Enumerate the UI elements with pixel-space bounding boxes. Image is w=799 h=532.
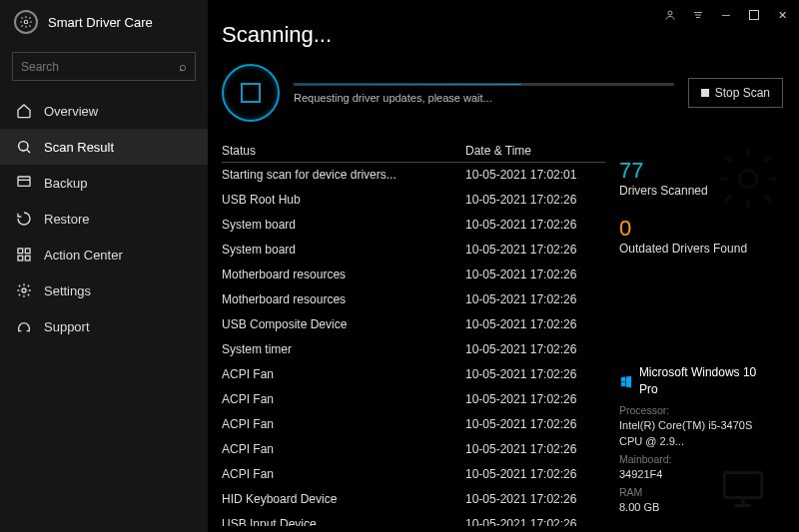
app-logo-icon <box>14 10 38 34</box>
titlebar: Smart Driver Care <box>0 0 208 44</box>
svg-point-10 <box>739 170 757 188</box>
row-status: Starting scan for device drivers... <box>222 168 465 182</box>
row-datetime: 10-05-2021 17:02:26 <box>465 243 605 257</box>
table-row: System board10-05-2021 17:02:26 <box>222 213 605 238</box>
sidebar-item-support[interactable]: Support <box>0 308 208 344</box>
search-input[interactable] <box>21 60 179 74</box>
stop-icon <box>701 89 709 97</box>
scan-spinner-icon <box>222 64 280 122</box>
svg-point-7 <box>22 288 26 292</box>
home-icon <box>16 103 32 119</box>
search-icon <box>16 139 32 155</box>
scan-status-text: Requesting driver updates, please wait..… <box>294 92 674 104</box>
sidebar-item-scan-result[interactable]: Scan Result <box>0 129 208 165</box>
col-datetime-header: Date & Time <box>465 144 605 158</box>
row-datetime: 10-05-2021 17:02:26 <box>465 467 605 481</box>
scan-results-table: Status Date & Time Starting scan for dev… <box>208 140 605 526</box>
svg-rect-4 <box>25 249 30 254</box>
backup-icon <box>16 175 32 191</box>
sidebar-item-settings[interactable]: Settings <box>0 272 208 308</box>
table-row: Starting scan for device drivers...10-05… <box>222 163 605 188</box>
system-info: Microsoft Windows 10 Pro Processor: Inte… <box>619 364 777 518</box>
row-status: HID Keyboard Device <box>222 492 465 506</box>
row-datetime: 10-05-2021 17:02:26 <box>465 417 605 431</box>
table-row: ACPI Fan10-05-2021 17:02:26 <box>222 387 605 412</box>
table-row: ACPI Fan10-05-2021 17:02:26 <box>222 362 605 387</box>
row-datetime: 10-05-2021 17:02:26 <box>465 267 605 281</box>
row-status: ACPI Fan <box>222 417 465 431</box>
row-datetime: 10-05-2021 17:02:26 <box>465 367 605 381</box>
svg-point-1 <box>19 142 28 151</box>
nav: OverviewScan ResultBackupRestoreAction C… <box>0 87 208 344</box>
maximize-button[interactable] <box>741 4 767 26</box>
row-status: System timer <box>222 342 465 356</box>
window-controls: ─ ✕ <box>657 4 795 26</box>
outdated-count: 0 <box>619 216 777 242</box>
os-name: Microsoft Windows 10 Pro <box>639 364 777 399</box>
svg-rect-11 <box>724 472 762 497</box>
minimize-button[interactable]: ─ <box>713 4 739 26</box>
row-datetime: 10-05-2021 17:02:26 <box>465 292 605 306</box>
row-status: USB Input Device <box>222 517 465 526</box>
user-icon[interactable] <box>657 4 683 26</box>
progress-bar <box>294 83 674 86</box>
sidebar-item-action-center[interactable]: Action Center <box>0 237 208 272</box>
svg-rect-2 <box>18 177 30 186</box>
stop-scan-button[interactable]: Stop Scan <box>688 78 783 108</box>
svg-point-8 <box>668 11 672 15</box>
sidebar-item-label: Scan Result <box>44 140 114 155</box>
svg-rect-6 <box>25 256 30 261</box>
close-button[interactable]: ✕ <box>769 4 795 26</box>
table-row: USB Composite Device10-05-2021 17:02:26 <box>222 312 605 337</box>
row-datetime: 10-05-2021 17:02:26 <box>465 442 605 456</box>
table-row: System board10-05-2021 17:02:26 <box>222 238 605 263</box>
row-datetime: 10-05-2021 17:02:26 <box>465 218 605 232</box>
table-row: ACPI Fan10-05-2021 17:02:26 <box>222 412 605 437</box>
gear-icon <box>16 282 32 298</box>
row-status: USB Root Hub <box>222 193 465 207</box>
row-status: ACPI Fan <box>222 442 465 456</box>
row-status: System board <box>222 218 465 232</box>
sidebar-item-label: Action Center <box>44 248 123 263</box>
row-datetime: 10-05-2021 17:02:26 <box>465 517 605 526</box>
row-datetime: 10-05-2021 17:02:26 <box>465 342 605 356</box>
menu-icon[interactable] <box>685 4 711 26</box>
row-status: Motherboard resources <box>222 292 465 306</box>
stats-panel: 77 Drivers Scanned 0 Outdated Drivers Fo… <box>605 140 789 526</box>
col-status-header: Status <box>222 144 465 158</box>
app-title: Smart Driver Care <box>48 15 153 30</box>
table-row: ACPI Fan10-05-2021 17:02:26 <box>222 437 605 462</box>
search-icon: ⌕ <box>179 59 187 74</box>
grid-icon <box>16 247 32 263</box>
sidebar-item-backup[interactable]: Backup <box>0 165 208 201</box>
sidebar-item-restore[interactable]: Restore <box>0 201 208 237</box>
cpu-value: Intel(R) Core(TM) i5-3470S CPU @ 2.9... <box>619 418 777 450</box>
row-datetime: 10-05-2021 17:02:01 <box>465 168 605 182</box>
row-status: ACPI Fan <box>222 367 465 381</box>
svg-rect-3 <box>18 249 23 254</box>
table-row: Motherboard resources10-05-2021 17:02:26 <box>222 263 605 287</box>
stop-scan-label: Stop Scan <box>715 86 770 100</box>
table-row: ACPI Fan10-05-2021 17:02:26 <box>222 462 605 487</box>
row-status: USB Composite Device <box>222 317 465 331</box>
sidebar-item-label: Backup <box>44 176 87 191</box>
row-datetime: 10-05-2021 17:02:26 <box>465 193 605 207</box>
svg-rect-5 <box>18 256 23 261</box>
row-datetime: 10-05-2021 17:02:26 <box>465 392 605 406</box>
restore-icon <box>16 211 32 227</box>
headset-icon <box>16 318 32 334</box>
svg-rect-9 <box>750 11 759 20</box>
sidebar-item-label: Restore <box>44 212 90 227</box>
row-datetime: 10-05-2021 17:02:26 <box>465 492 605 506</box>
table-header: Status Date & Time <box>222 140 605 163</box>
row-status: System board <box>222 243 465 257</box>
sidebar-item-overview[interactable]: Overview <box>0 93 208 129</box>
outdated-label: Outdated Drivers Found <box>619 242 777 256</box>
table-row: USB Root Hub10-05-2021 17:02:26 <box>222 188 605 213</box>
cpu-label: Processor: <box>619 403 777 418</box>
sidebar-item-label: Overview <box>44 104 98 119</box>
windows-icon <box>619 374 633 388</box>
svg-point-0 <box>24 20 28 24</box>
search-box[interactable]: ⌕ <box>12 52 196 81</box>
table-row: Motherboard resources10-05-2021 17:02:26 <box>222 287 605 312</box>
